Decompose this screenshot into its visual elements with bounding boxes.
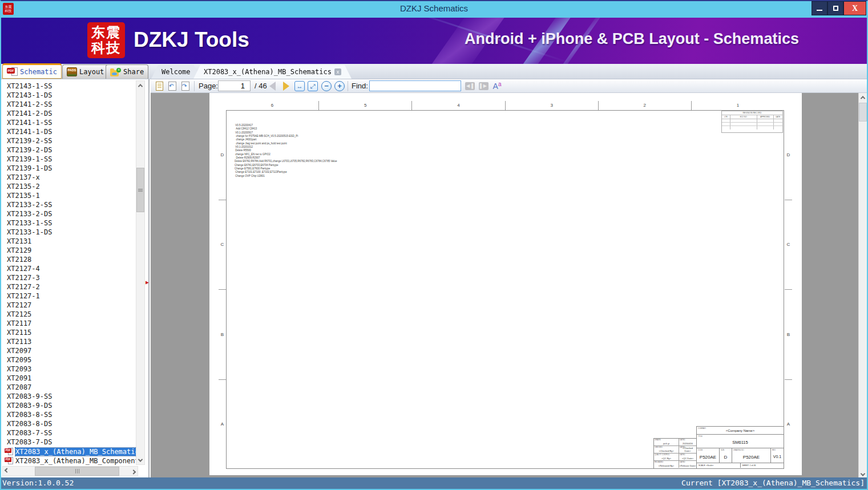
pdf-viewer: 654321 DCBA DCBA V0.5-20200417 Add C8412… xyxy=(151,93,867,479)
list-item[interactable]: XT2129 xyxy=(1,246,136,255)
sidebar-collapse-arrow[interactable]: ▶ xyxy=(146,279,149,285)
zone-number: 1 xyxy=(691,101,784,110)
zone-letter: B xyxy=(219,289,226,379)
list-item[interactable]: XT2128 xyxy=(1,255,136,264)
find-previous-icon: ◀▐ xyxy=(465,82,475,90)
scroll-left-button[interactable] xyxy=(3,467,11,476)
list-item[interactable]: XT2133-1-SS xyxy=(1,218,136,228)
zone-letter: D xyxy=(785,110,792,200)
scroll-right-button[interactable] xyxy=(130,467,138,476)
scroll-up-button[interactable] xyxy=(136,81,144,90)
arrow-left-icon xyxy=(269,82,276,91)
list-item[interactable]: XT2139-2-DS xyxy=(1,145,136,155)
list-item[interactable]: XT2135-1 xyxy=(1,191,136,200)
next-page-button[interactable] xyxy=(280,80,292,92)
list-item[interactable]: XT2139-2-SS xyxy=(1,136,136,145)
list-item[interactable]: XT2141-2-DS xyxy=(1,109,136,118)
zoom-out-icon: − xyxy=(321,81,332,91)
scroll-up-button[interactable] xyxy=(859,93,867,102)
list-item[interactable]: XT2091 xyxy=(1,374,136,383)
zone-letter: C xyxy=(219,200,226,290)
minimize-icon xyxy=(817,10,822,11)
list-item[interactable]: XT2127-3 xyxy=(1,273,136,282)
minimize-button[interactable] xyxy=(812,1,827,15)
page-back-icon: ↶ xyxy=(168,82,176,91)
list-item[interactable]: XT2093 xyxy=(1,365,136,374)
scroll-down-button[interactable] xyxy=(136,456,144,464)
fit-page-button[interactable]: ⤢ xyxy=(307,80,318,92)
list-item[interactable]: XT2143-1-SS xyxy=(1,82,136,91)
list-item[interactable]: XT2083-7-SS xyxy=(1,428,136,438)
tab-document[interactable]: XT2083_x_(Athena)_MB_Schematics x xyxy=(193,65,352,79)
scroll-thumb[interactable] xyxy=(136,168,144,212)
copy-text-button[interactable] xyxy=(154,80,165,92)
zone-number: 2 xyxy=(598,101,691,110)
list-item[interactable]: XT2087 xyxy=(1,383,136,392)
close-button[interactable]: X xyxy=(843,1,866,15)
match-case-icon: Aa xyxy=(493,81,502,91)
list-item[interactable]: XT2115 xyxy=(1,328,136,337)
zoom-out-button[interactable]: − xyxy=(321,80,332,92)
list-item[interactable]: XT2083-9-DS xyxy=(1,401,136,410)
find-next-icon: ▌▶ xyxy=(479,82,488,90)
list-item[interactable]: XT2139-1-DS xyxy=(1,164,136,173)
list-item[interactable]: XT2141-1-SS xyxy=(1,118,136,127)
page-number-input[interactable] xyxy=(218,80,251,91)
list-item[interactable]: XT2141-1-DS xyxy=(1,127,136,136)
share-folder-icon: + xyxy=(110,68,121,76)
scroll-thumb[interactable] xyxy=(35,467,119,476)
list-item[interactable]: XT2125 xyxy=(1,310,136,319)
next-view-button[interactable]: ↷ xyxy=(180,80,191,92)
tab-layout-label: Layout xyxy=(79,68,104,76)
find-next-button[interactable]: ▌▶ xyxy=(478,80,489,92)
list-item[interactable]: XT2133-1-DS xyxy=(1,228,136,237)
chevron-down-icon xyxy=(861,471,865,476)
find-input[interactable] xyxy=(369,80,461,91)
list-item[interactable]: XT2127-2 xyxy=(1,282,136,291)
tab-share[interactable]: + Share xyxy=(106,64,148,79)
scroll-thumb[interactable] xyxy=(859,103,867,122)
list-item[interactable]: XT2141-2-SS xyxy=(1,100,136,109)
previous-view-button[interactable]: ↶ xyxy=(167,80,178,92)
zone-letter: A xyxy=(785,379,792,469)
fit-width-button[interactable]: ↔ xyxy=(294,80,305,92)
tab-close-icon[interactable]: x xyxy=(334,68,341,75)
find-previous-button[interactable]: ◀▐ xyxy=(464,80,475,92)
pads-icon: PADS xyxy=(67,67,77,76)
list-item[interactable]: XT2127 xyxy=(1,301,136,310)
tab-schematic[interactable]: PDF Schematic xyxy=(2,63,62,79)
list-item[interactable]: XT2117 xyxy=(1,319,136,328)
list-item[interactable]: XT2083-9-SS xyxy=(1,392,136,401)
list-item[interactable]: XT2083-8-SS xyxy=(1,410,136,419)
list-item-component-location-pdf[interactable]: PDF XT2083_x_(Athena)_MB_Component_Loc xyxy=(1,456,136,465)
zone-number: 6 xyxy=(226,101,318,110)
list-item[interactable]: XT2083-7-DS xyxy=(1,438,136,447)
list-item[interactable]: XT2143-1-DS xyxy=(1,91,136,100)
revision-note-line: Delete E6782,R6784,Add R6701,change L670… xyxy=(235,160,337,163)
list-item[interactable]: XT2131 xyxy=(1,237,136,246)
maximize-button[interactable] xyxy=(827,1,843,15)
tab-layout[interactable]: PADS Layout xyxy=(62,64,108,79)
tab-welcome[interactable]: Welcome xyxy=(151,65,201,79)
list-item[interactable]: XT2095 xyxy=(1,355,136,365)
list-item-schematics-pdf[interactable]: PDF XT2083_x_(Athena)_MB_Schematics xyxy=(1,447,136,456)
zoom-in-button[interactable]: + xyxy=(334,80,345,92)
list-item[interactable]: XT2135-2 xyxy=(1,182,136,191)
list-item[interactable]: XT2127-1 xyxy=(1,291,136,301)
list-item[interactable]: XT2133-2-DS xyxy=(1,209,136,218)
list-item[interactable]: XT2097 xyxy=(1,346,136,355)
list-item[interactable]: XT2127-4 xyxy=(1,264,136,273)
list-item[interactable]: XT2133-2-SS xyxy=(1,200,136,209)
match-case-button[interactable]: Aa xyxy=(491,80,503,92)
chevron-left-icon xyxy=(5,468,9,472)
revision-record-table: REVISION RECORD LTR ECO NO: APPROVED: DA… xyxy=(721,111,783,133)
previous-page-button[interactable] xyxy=(267,80,278,92)
list-item[interactable]: XT2113 xyxy=(1,337,136,346)
tab-schematic-label: Schematic xyxy=(20,68,57,76)
list-item[interactable]: XT2137-x xyxy=(1,173,136,182)
pdf-icon: PDF xyxy=(5,457,14,465)
list-item[interactable]: XT2139-1-SS xyxy=(1,155,136,164)
revision-note-line: Change OVP Chip U2801 xyxy=(235,175,337,178)
list-item[interactable]: XT2083-8-DS xyxy=(1,419,136,428)
zone-letter: D xyxy=(219,110,226,200)
